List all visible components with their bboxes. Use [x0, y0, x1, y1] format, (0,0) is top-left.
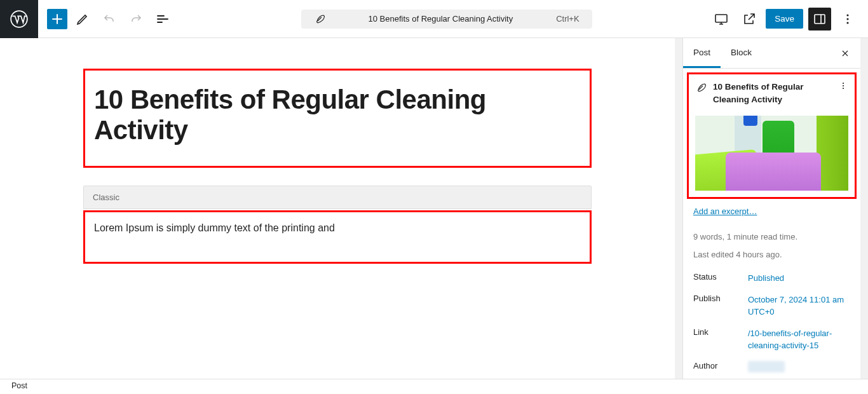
- sidebar-tabs: Post Block: [683, 38, 860, 69]
- left-tools: [38, 8, 183, 31]
- svg-point-9: [843, 88, 844, 89]
- post-title[interactable]: 10 Benefits of Regular Cleaning Activity: [94, 85, 581, 146]
- add-block-button[interactable]: [47, 9, 67, 29]
- link-value[interactable]: /10-benefits-of-regular-cleaning-activit…: [748, 327, 850, 352]
- highlight-body: Lorem Ipsum is simply dummy text of the …: [83, 210, 592, 264]
- close-icon: [840, 48, 850, 58]
- view-post-button[interactable]: [738, 8, 761, 31]
- sidebar-scrollbar[interactable]: [860, 38, 868, 381]
- view-desktop-button[interactable]: [710, 8, 733, 31]
- editor-scrollbar[interactable]: [675, 38, 682, 381]
- footer-breadcrumb: Post: [0, 379, 868, 394]
- breadcrumb-text[interactable]: Post: [11, 381, 27, 390]
- document-overview-button[interactable]: [151, 8, 174, 31]
- field-publish: Publish October 7, 2024 11:01 am UTC+0: [693, 294, 850, 318]
- publish-value[interactable]: October 7, 2024 11:01 am UTC+0: [748, 294, 850, 318]
- document-title-text: 10 Benefits of Regular Cleaning Activity: [332, 14, 550, 24]
- field-author: Author: [693, 361, 850, 372]
- feather-icon: [314, 13, 325, 25]
- post-fields: Status Published Publish October 7, 2024…: [683, 264, 860, 381]
- editor-canvas[interactable]: 10 Benefits of Regular Cleaning Activity…: [0, 38, 675, 381]
- sidebar-toggle-button[interactable]: [808, 8, 831, 31]
- tools-button[interactable]: [71, 8, 94, 31]
- desktop-icon: [714, 11, 729, 27]
- highlight-title: 10 Benefits of Regular Cleaning Activity: [83, 69, 592, 168]
- top-toolbar: 10 Benefits of Regular Cleaning Activity…: [0, 0, 868, 38]
- document-title-pill[interactable]: 10 Benefits of Regular Cleaning Activity…: [301, 10, 592, 29]
- svg-point-0: [11, 11, 27, 27]
- list-icon: [155, 11, 170, 27]
- more-vertical-icon: [840, 11, 855, 27]
- svg-point-5: [846, 18, 848, 20]
- main-content: 10 Benefits of Regular Cleaning Activity…: [0, 38, 868, 381]
- highlight-sidebar-summary: 10 Benefits of Regular Cleaning Activity: [687, 72, 857, 199]
- classic-block-header[interactable]: Classic: [83, 186, 592, 209]
- close-sidebar-button[interactable]: [830, 48, 860, 58]
- pencil-icon: [75, 11, 90, 27]
- plus-icon: [50, 11, 65, 27]
- status-value[interactable]: Published: [748, 272, 784, 285]
- tab-block[interactable]: Block: [721, 38, 762, 68]
- right-tools: Save: [710, 8, 868, 31]
- post-actions-button[interactable]: [838, 81, 848, 91]
- sidebar-icon: [812, 11, 827, 27]
- featured-image[interactable]: [695, 116, 848, 191]
- undo-button[interactable]: [98, 8, 121, 31]
- tab-post[interactable]: Post: [683, 38, 721, 68]
- save-button[interactable]: Save: [766, 9, 803, 29]
- undo-icon: [102, 11, 117, 27]
- svg-point-7: [843, 83, 844, 84]
- document-title-bar: 10 Benefits of Regular Cleaning Activity…: [183, 10, 710, 29]
- field-link: Link /10-benefits-of-regular-cleaning-ac…: [693, 327, 850, 352]
- svg-point-8: [843, 85, 844, 86]
- svg-rect-2: [815, 15, 825, 24]
- last-edited: Last edited 4 hours ago.: [683, 246, 860, 264]
- more-vertical-icon: [838, 81, 848, 91]
- svg-rect-1: [715, 15, 727, 22]
- svg-point-6: [846, 22, 848, 24]
- field-status: Status Published: [693, 272, 850, 285]
- feather-icon: [695, 82, 707, 93]
- svg-point-4: [846, 14, 848, 16]
- author-value-obscured[interactable]: [748, 361, 785, 372]
- classic-block: Classic Lorem Ipsum is simply dummy text…: [83, 186, 592, 264]
- classic-block-body[interactable]: Lorem Ipsum is simply dummy text of the …: [94, 222, 581, 234]
- word-stats: 9 words, 1 minute read time.: [683, 228, 860, 247]
- redo-button[interactable]: [125, 8, 147, 31]
- settings-sidebar: Post Block 10 Benefits of Regular Cleani…: [682, 38, 860, 381]
- options-button[interactable]: [836, 8, 859, 31]
- wp-logo-button[interactable]: [0, 0, 38, 38]
- redo-icon: [128, 11, 144, 27]
- wordpress-icon: [10, 10, 28, 28]
- external-link-icon: [742, 11, 757, 27]
- shortcut-hint: Ctrl+K: [556, 14, 579, 24]
- add-excerpt-link[interactable]: Add an excerpt…: [683, 203, 767, 216]
- sidebar-post-title: 10 Benefits of Regular Cleaning Activity: [713, 81, 832, 107]
